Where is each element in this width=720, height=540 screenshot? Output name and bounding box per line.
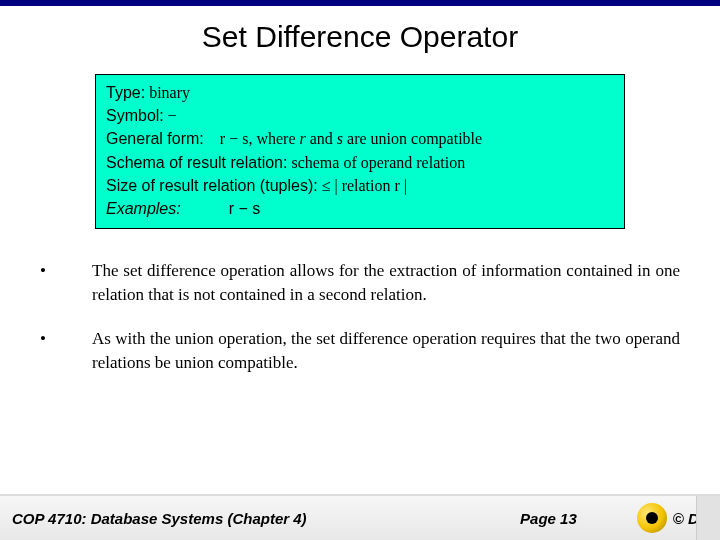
- footer-bar: COP 4710: Database Systems (Chapter 4) P…: [0, 494, 720, 540]
- form-after: are union compatible: [343, 130, 482, 147]
- bullet-marker: •: [40, 327, 92, 375]
- symbol-value: −: [168, 107, 177, 124]
- form-label: General form:: [106, 130, 204, 147]
- form-line: General form: r − s, where r and s are u…: [106, 127, 614, 150]
- schema-line: Schema of result relation: schema of ope…: [106, 151, 614, 174]
- type-value: binary: [149, 84, 190, 101]
- definition-box: Type: binary Symbol: − General form: r −…: [95, 74, 625, 229]
- list-item: • As with the union operation, the set d…: [40, 327, 680, 375]
- bullet-text: As with the union operation, the set dif…: [92, 327, 680, 375]
- footer-end-cap: [696, 496, 720, 540]
- list-item: • The set difference operation allows fo…: [40, 259, 680, 307]
- form-mid: and: [306, 130, 337, 147]
- examples-line: Examples: r − s: [106, 197, 614, 220]
- size-value: ≤ | relation r |: [322, 177, 407, 194]
- examples-value: r − s: [229, 200, 261, 217]
- bullet-list: • The set difference operation allows fo…: [40, 259, 680, 374]
- symbol-line: Symbol: −: [106, 104, 614, 127]
- symbol-label: Symbol:: [106, 107, 164, 124]
- type-line: Type: binary: [106, 81, 614, 104]
- top-accent-bar: [0, 0, 720, 6]
- schema-label: Schema of result relation:: [106, 154, 287, 171]
- type-label: Type:: [106, 84, 145, 101]
- bullet-marker: •: [40, 259, 92, 307]
- examples-label: Examples:: [106, 200, 181, 217]
- form-value-1: r − s, where: [220, 130, 300, 147]
- bullet-text: The set difference operation allows for …: [92, 259, 680, 307]
- slide-title: Set Difference Operator: [0, 20, 720, 54]
- size-label: Size of result relation (tuples):: [106, 177, 318, 194]
- size-line: Size of result relation (tuples): ≤ | re…: [106, 174, 614, 197]
- footer-course: COP 4710: Database Systems (Chapter 4): [12, 510, 520, 527]
- footer-page: Page 13: [520, 510, 577, 527]
- schema-value: schema of operand relation: [291, 154, 465, 171]
- ucf-logo-icon: [637, 503, 667, 533]
